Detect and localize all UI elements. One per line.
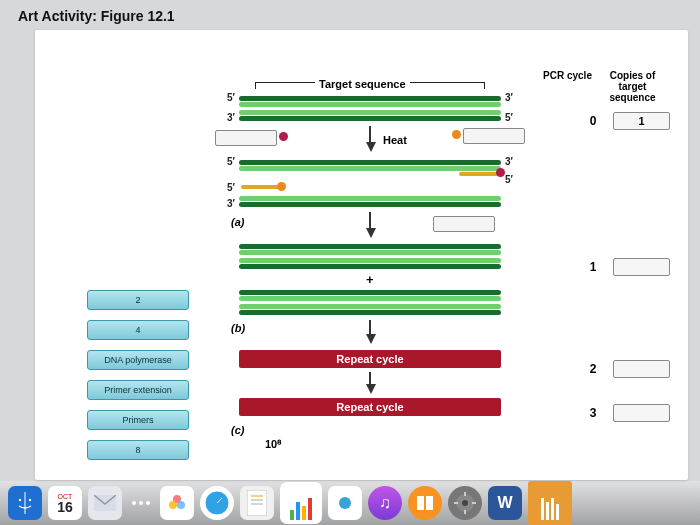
dna-strand <box>239 160 501 165</box>
ball-icon <box>496 168 505 177</box>
dna-strand <box>239 102 501 107</box>
cycle-row-3: 3 <box>579 404 670 422</box>
svg-point-6 <box>177 501 185 509</box>
dna-strand <box>239 116 501 121</box>
arrow-down-icon <box>366 142 376 152</box>
arrow-stem <box>369 320 371 334</box>
drop-slot[interactable] <box>215 130 277 146</box>
end-5p: 5′ <box>227 92 235 103</box>
macos-dock: OCT 16 ♫ W <box>0 481 700 525</box>
end-3p: 3′ <box>227 198 235 209</box>
dna-strand <box>239 166 501 171</box>
svg-point-1 <box>19 499 21 501</box>
svg-point-16 <box>462 500 468 506</box>
arrow-stem <box>369 372 371 384</box>
ibooks-icon[interactable] <box>408 486 442 520</box>
numbers-icon[interactable] <box>280 482 322 524</box>
mail-icon[interactable] <box>88 486 122 520</box>
svg-point-5 <box>169 501 177 509</box>
pages-icon[interactable] <box>240 486 274 520</box>
step-a-label: (a) <box>231 216 244 228</box>
drop-slot[interactable] <box>463 128 525 144</box>
dna-strand <box>239 202 501 207</box>
copies-value-0: 1 <box>613 112 670 130</box>
exponent-label: 10⁸ <box>265 438 281 451</box>
table-headers: PCR cycle Copies of target sequence <box>540 70 660 103</box>
svg-point-2 <box>29 499 31 501</box>
page-title: Art Activity: Figure 12.1 <box>18 8 175 24</box>
drag-label[interactable]: DNA polymerase <box>87 350 189 370</box>
heat-label: Heat <box>383 134 407 146</box>
header-copies: Copies of target sequence <box>605 70 660 103</box>
end-3p: 3′ <box>505 156 513 167</box>
drag-label[interactable]: Primers <box>87 410 189 430</box>
end-3p: 3′ <box>227 112 235 123</box>
dna-strand <box>239 264 501 269</box>
cycle-row-0: 0 1 <box>579 112 670 130</box>
repeat-cycle-bar: Repeat cycle <box>239 398 501 416</box>
dna-strand <box>239 250 501 255</box>
cycle-row-2: 2 <box>579 360 670 378</box>
cycle-row-1: 1 <box>579 258 670 276</box>
target-sequence-label: Target sequence <box>315 78 410 90</box>
dna-strand <box>239 96 501 101</box>
dna-strand <box>239 290 501 295</box>
drag-label[interactable]: 2 <box>87 290 189 310</box>
drag-label-palette: 2 4 DNA polymerase Primer extension Prim… <box>87 290 189 460</box>
end-5p: 5′ <box>227 182 235 193</box>
itunes-icon[interactable]: ♫ <box>368 486 402 520</box>
ball-icon <box>277 182 286 191</box>
drop-slot[interactable] <box>433 216 495 232</box>
arrow-stem <box>369 126 371 142</box>
header-pcr-cycle: PCR cycle <box>540 70 595 103</box>
end-5p: 5′ <box>505 174 513 185</box>
dna-strand <box>239 196 501 201</box>
photos-icon[interactable] <box>160 486 194 520</box>
dna-strand <box>239 310 501 315</box>
copies-drop-2[interactable] <box>613 360 670 378</box>
viewport: Art Activity: Figure 12.1 2 4 DNA polyme… <box>0 0 700 525</box>
dna-strand <box>239 258 501 263</box>
primer <box>241 185 281 189</box>
safari-icon[interactable] <box>200 486 234 520</box>
word-icon[interactable]: W <box>488 486 522 520</box>
pcr-diagram: Target sequence 5′ 3′ 3′ 5′ Heat 5′ 3′ <box>215 82 525 502</box>
arrow-down-icon <box>366 334 376 344</box>
finder-icon[interactable] <box>8 486 42 520</box>
step-c-label: (c) <box>231 424 244 436</box>
dna-strand <box>239 296 501 301</box>
dna-strand <box>239 244 501 249</box>
arrow-stem <box>369 212 371 228</box>
plus-icon: + <box>366 272 374 287</box>
cycle-number: 1 <box>579 260 607 274</box>
primer <box>459 172 499 176</box>
copies-drop-1[interactable] <box>613 258 670 276</box>
arrow-down-icon <box>366 384 376 394</box>
svg-point-14 <box>339 497 351 509</box>
arrow-down-icon <box>366 228 376 238</box>
calendar-day: 16 <box>57 500 73 514</box>
cycle-number: 2 <box>579 362 607 376</box>
repeat-cycle-bar: Repeat cycle <box>239 350 501 368</box>
end-5p: 5′ <box>505 112 513 123</box>
polymerase-icon <box>279 132 288 141</box>
dna-strand <box>239 110 501 115</box>
drag-label[interactable]: 8 <box>87 440 189 460</box>
step-b-label: (b) <box>231 322 245 334</box>
books-icon[interactable] <box>528 481 572 525</box>
calendar-icon[interactable]: OCT 16 <box>48 486 82 520</box>
system-preferences-icon[interactable] <box>448 486 482 520</box>
end-5p: 5′ <box>227 156 235 167</box>
svg-rect-9 <box>247 490 267 516</box>
app-icon[interactable] <box>328 486 362 520</box>
dna-strand <box>239 304 501 309</box>
drag-label[interactable]: Primer extension <box>87 380 189 400</box>
drag-label[interactable]: 4 <box>87 320 189 340</box>
cycle-number: 3 <box>579 406 607 420</box>
polymerase-icon <box>452 130 461 139</box>
end-3p: 3′ <box>505 92 513 103</box>
copies-drop-3[interactable] <box>613 404 670 422</box>
dock-dots <box>132 501 150 505</box>
activity-page: 2 4 DNA polymerase Primer extension Prim… <box>35 30 688 480</box>
cycle-number: 0 <box>579 114 607 128</box>
